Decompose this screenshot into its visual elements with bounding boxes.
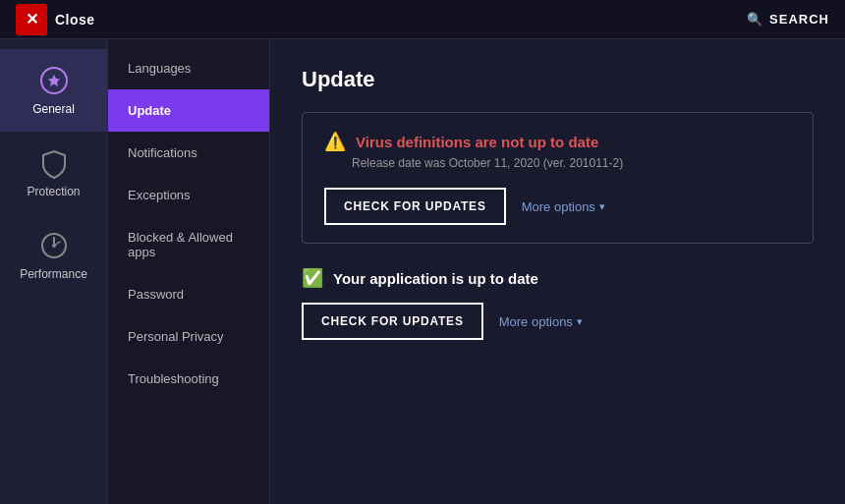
virus-card-actions: CHECK FOR UPDATES More options ▾ — [324, 188, 791, 225]
success-icon: ✅ — [302, 267, 323, 289]
nav-item-blocked-allowed[interactable]: Blocked & Allowed apps — [108, 216, 269, 273]
virus-more-options-button[interactable]: More options ▾ — [522, 199, 605, 214]
nav-item-personal-privacy[interactable]: Personal Privacy — [108, 315, 269, 358]
warning-icon: ⚠️ — [324, 131, 346, 152]
search-label: SEARCH — [769, 12, 829, 27]
app-check-updates-button[interactable]: CHECK FOR UPDATES — [302, 303, 483, 340]
performance-label: Performance — [20, 267, 87, 281]
app-card-header: ✅ Your application is up to date — [302, 267, 814, 289]
virus-card-subtitle: Release date was October 11, 2020 (ver. … — [352, 156, 791, 170]
nav-item-password[interactable]: Password — [108, 273, 269, 315]
search-button[interactable]: 🔍 SEARCH — [747, 12, 829, 27]
page-title: Update — [302, 67, 814, 92]
app-more-options-button[interactable]: More options ▾ — [499, 314, 583, 329]
main-content: Update ⚠️ Virus definitions are not up t… — [270, 39, 845, 504]
virus-more-options-chevron-icon: ▾ — [599, 200, 605, 213]
window-title: Close — [55, 12, 95, 28]
virus-card-header: ⚠️ Virus definitions are not up to date — [324, 131, 791, 152]
protection-label: Protection — [27, 185, 80, 198]
close-button[interactable]: ✕ — [16, 4, 47, 35]
svg-point-2 — [52, 244, 56, 248]
app-update-card: ✅ Your application is up to date CHECK F… — [302, 263, 814, 344]
app-card-title: Your application is up to date — [333, 270, 538, 287]
sidebar-item-performance[interactable]: Performance — [0, 214, 107, 297]
app-body: General Protection Performance Languages… — [0, 39, 845, 504]
nav-item-notifications[interactable]: Notifications — [108, 132, 269, 174]
title-bar: ✕ Close 🔍 SEARCH — [0, 0, 845, 39]
virus-check-updates-button[interactable]: CHECK FOR UPDATES — [324, 188, 506, 225]
nav-item-update[interactable]: Update — [108, 89, 269, 132]
nav-item-languages[interactable]: Languages — [108, 47, 269, 89]
sidebar-nav: Languages Update Notifications Exception… — [108, 39, 270, 504]
app-more-options-chevron-icon: ▾ — [577, 315, 583, 328]
virus-more-options-label: More options — [522, 199, 595, 214]
sidebar-item-general[interactable]: General — [0, 49, 107, 132]
sidebar-icons: General Protection Performance — [0, 39, 108, 504]
general-label: General — [32, 102, 75, 116]
app-card-actions: CHECK FOR UPDATES More options ▾ — [302, 303, 814, 340]
search-icon: 🔍 — [747, 12, 763, 27]
nav-item-troubleshooting[interactable]: Troubleshooting — [108, 358, 269, 400]
app-more-options-label: More options — [499, 314, 573, 329]
sidebar-item-protection[interactable]: Protection — [0, 132, 107, 214]
virus-update-card: ⚠️ Virus definitions are not up to date … — [302, 112, 814, 244]
title-bar-left: ✕ Close — [16, 4, 95, 35]
virus-card-title: Virus definitions are not up to date — [356, 134, 598, 150]
nav-item-exceptions[interactable]: Exceptions — [108, 174, 269, 216]
